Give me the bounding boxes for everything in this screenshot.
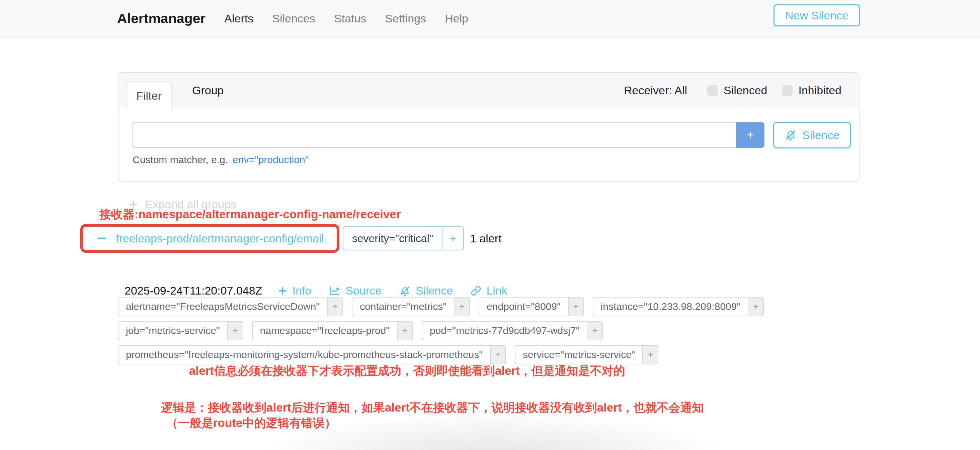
receiver-group-highlight[interactable]: freeleaps-prod/alertmanager-config/email — [80, 224, 339, 253]
matcher-row: + Silence — [132, 122, 851, 149]
alert-link-label: Link — [486, 284, 507, 297]
annotation-route-note: （一般是route中的逻辑有错误） — [166, 415, 336, 431]
label-add-filter-button[interactable]: + — [454, 298, 469, 315]
silence-filter-button[interactable]: Silence — [773, 122, 851, 149]
alert-info-button[interactable]: Info — [277, 284, 311, 297]
label-pill: container="metrics" + — [352, 297, 470, 316]
label-pill: namespace="freeleaps-prod" + — [252, 321, 413, 340]
label-add-filter-button[interactable]: + — [327, 298, 342, 315]
minus-icon — [96, 232, 108, 244]
alert-silence-button[interactable]: Silence — [399, 284, 453, 297]
bell-slash-icon — [784, 129, 797, 141]
nav-item-help[interactable]: Help — [445, 12, 468, 25]
navbar: Alertmanager Alerts Silences Status Sett… — [0, 0, 980, 38]
filter-header-controls: Receiver: All Silenced Inhibited — [624, 73, 842, 108]
tab-filter[interactable]: Filter — [126, 81, 172, 110]
label-pill: prometheus="freeleaps-monitoring-system/… — [118, 345, 506, 364]
matcher-input[interactable] — [132, 122, 737, 148]
hint-text: Custom matcher, e.g. — [132, 154, 228, 165]
filter-card: Filter Group Receiver: All Silenced Inhi… — [118, 72, 859, 182]
label-pill: instance="10.233.98.209:8009" + — [593, 297, 764, 316]
receiver-group-link[interactable]: freeleaps-prod/alertmanager-config/email — [116, 232, 324, 245]
inhibited-label: Inhibited — [798, 84, 842, 97]
plus-icon — [277, 286, 288, 296]
label-add-filter-button[interactable]: + — [587, 322, 602, 340]
tab-group[interactable]: Group — [181, 73, 235, 108]
label-add-filter-button[interactable]: + — [397, 322, 412, 340]
label-add-filter-button[interactable]: + — [227, 322, 243, 340]
nav-links: Alerts Silences Status Settings Help — [224, 12, 468, 25]
new-silence-button[interactable]: New Silence — [773, 4, 860, 26]
receiver-dropdown[interactable]: Receiver: All — [624, 84, 687, 97]
annotation-logic-note: 逻辑是：接收器收到alert后进行通知，如果alert不在接收器下，说明接收器没… — [161, 400, 704, 415]
silenced-label: Silenced — [724, 84, 767, 97]
label-row: alertname="FreeleapsMetricsServiceDown" … — [118, 297, 764, 316]
inhibited-checkbox-group[interactable]: Inhibited — [782, 84, 842, 97]
alert-meta-row: 2025-09-24T11:20:07.048Z Info Source Sil… — [124, 284, 508, 297]
alert-labels: alertname="FreeleapsMetricsServiceDown" … — [118, 297, 764, 369]
alertmanager-app: { "navbar": { "brand": "Alertmanager", "… — [0, 0, 980, 450]
label-row: job="metrics-service" + namespace="freel… — [118, 321, 764, 340]
brand-link[interactable]: Alertmanager — [117, 11, 205, 26]
label-text: namespace="freeleaps-prod" — [253, 322, 397, 340]
label-add-filter-button[interactable]: + — [490, 346, 505, 364]
alert-source-label: Source — [345, 284, 382, 297]
filter-card-header: Filter Group Receiver: All Silenced Inhi… — [118, 73, 859, 108]
label-pill: alertname="FreeleapsMetricsServiceDown" … — [118, 297, 343, 316]
label-text: container="metrics" — [352, 298, 454, 315]
label-row: prometheus="freeleaps-monitoring-system/… — [118, 345, 764, 364]
label-pill: job="metrics-service" + — [118, 321, 243, 340]
silenced-checkbox-group[interactable]: Silenced — [707, 84, 767, 97]
nav-item-status[interactable]: Status — [334, 12, 366, 25]
alert-count: 1 alert — [470, 232, 502, 245]
label-pill: pod="metrics-77d9cdb497-wdsj7" + — [422, 321, 603, 340]
label-text: endpoint="8009" — [479, 298, 568, 315]
hint-example-link[interactable]: env="production" — [232, 154, 309, 165]
label-text: pod="metrics-77d9cdb497-wdsj7" — [422, 322, 587, 340]
filter-card-body: + Silence Custom matcher, e.g.env="produ… — [118, 108, 859, 180]
alert-info-label: Info — [292, 284, 311, 297]
link-icon — [470, 285, 482, 296]
label-text: service="metrics-service" — [515, 346, 643, 364]
label-text: job="metrics-service" — [118, 322, 227, 340]
annotation-config-note: alert信息必须在接收器下才表示配置成功，否则即使能看到alert，但是通知是… — [189, 363, 625, 379]
label-text: prometheus="freeleaps-monitoring-system/… — [118, 346, 490, 364]
label-text: alertname="FreeleapsMetricsServiceDown" — [118, 298, 327, 315]
silence-filter-label: Silence — [802, 129, 840, 142]
nav-item-alerts[interactable]: Alerts — [224, 12, 253, 25]
add-matcher-button[interactable]: + — [737, 122, 764, 148]
label-add-filter-button[interactable]: + — [748, 298, 763, 315]
nav-item-silences[interactable]: Silences — [272, 12, 315, 25]
label-add-filter-button[interactable]: + — [568, 298, 583, 315]
alert-silence-label: Silence — [416, 284, 453, 297]
label-pill: endpoint="8009" + — [479, 297, 584, 316]
nav-item-settings[interactable]: Settings — [385, 12, 426, 25]
label-pill: service="metrics-service" + — [515, 345, 659, 364]
group-matcher-label[interactable]: severity="critical" — [344, 227, 442, 250]
group-matcher-add-button[interactable]: + — [442, 227, 463, 250]
annotation-receiver-note: 接收器:namespace/altermanager-config-name/r… — [99, 207, 401, 222]
label-text: instance="10.233.98.209:8009" — [593, 298, 748, 315]
label-add-filter-button[interactable]: + — [642, 346, 658, 364]
group-matcher-box: severity="critical" + — [343, 227, 464, 250]
alert-timestamp: 2025-09-24T11:20:07.048Z — [124, 284, 262, 297]
custom-matcher-hint: Custom matcher, e.g.env="production" — [132, 154, 309, 165]
alert-group-header: freeleaps-prod/alertmanager-config/email… — [80, 224, 502, 253]
inhibited-checkbox[interactable] — [782, 85, 792, 96]
bell-slash-icon — [399, 285, 411, 297]
alert-link-button[interactable]: Link — [470, 284, 507, 297]
alert-source-link[interactable]: Source — [329, 284, 382, 297]
chart-line-icon — [329, 285, 341, 297]
silenced-checkbox[interactable] — [707, 85, 718, 96]
